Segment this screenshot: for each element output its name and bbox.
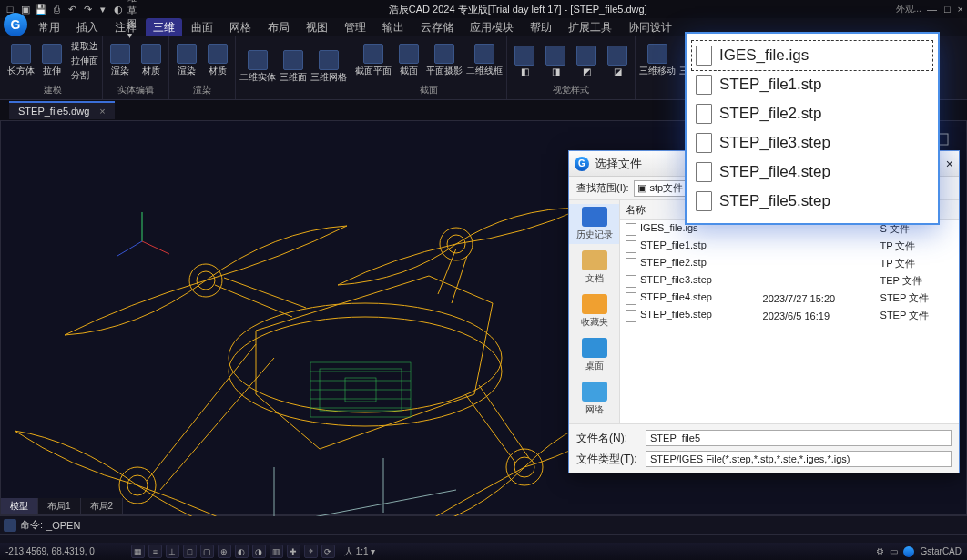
dialog-sidebar: 历史记录文档收藏夹桌面网络 [569,200,620,423]
ribbon-button[interactable]: 长方体 [7,44,35,77]
close-tab-icon[interactable]: × [99,106,105,117]
file-icon [626,310,636,322]
view-tab[interactable]: 布局1 [38,498,81,514]
file-row[interactable]: STEP_file2.stpTP 文件 [620,255,959,272]
popup-file-item[interactable]: STEP_file1.stp [692,70,932,99]
command-input[interactable] [46,520,963,531]
ribbon-tab[interactable]: 布局 [260,18,297,36]
ribbon-tab[interactable]: 应用模块 [463,18,521,36]
ribbon-tab[interactable]: 视图 [299,18,335,36]
status-toggle[interactable]: ◐ [235,545,249,558]
filetype-combo[interactable]: STEP/IGES File(*.step,*.stp,*.ste,*.iges… [646,451,952,467]
ribbon-tab[interactable]: 云存储 [413,18,461,36]
ribbon-button[interactable]: ◨ [542,46,569,76]
command-bar: 命令: [0,515,967,534]
filename-label: 文件名(N): [576,431,640,446]
status-toggle[interactable]: ⊥ [166,545,179,558]
status-toggle[interactable]: ≡ [148,545,162,558]
app-menu-button[interactable]: G [4,13,27,36]
popup-file-item[interactable]: STEP_file2.stp [692,99,932,128]
qat-undo-icon[interactable]: ↶ [66,3,78,15]
ribbon-button[interactable]: 截面平面 [355,44,392,77]
status-toggle[interactable]: ⌖ [304,545,318,558]
view-tab[interactable]: 模型 [1,498,38,514]
ribbon-button[interactable]: 渲染 [107,44,134,77]
ribbon-button[interactable]: 平面摄影 [426,44,463,77]
ribbon-button[interactable]: 三维移动 [639,44,676,77]
sidebar-place[interactable]: 收藏夹 [569,291,619,331]
ribbon-tab[interactable]: 输出 [375,18,412,36]
qat-workspace-label[interactable]: 二维草图 ▾ [127,3,140,15]
minimize-button[interactable]: — [927,4,937,15]
status-toggle[interactable]: ✚ [287,545,300,558]
qat-workspace-icon[interactable]: ◐ [112,3,125,15]
ribbon-button-label: 长方体 [7,65,35,77]
filename-input[interactable]: STEP_file5 [646,430,952,446]
scale-control[interactable]: 人 1:1 ▾ [344,545,375,558]
sidebar-place[interactable]: 桌面 [569,335,619,375]
popup-file-item[interactable]: STEP_file5.step [692,187,932,216]
file-icon [626,258,636,270]
ribbon-tab[interactable]: 帮助 [523,18,559,36]
maximize-button[interactable]: □ [944,4,951,15]
qat-print-icon[interactable]: ⎙ [50,3,63,15]
ribbon-button[interactable]: 三维网格 [310,50,347,84]
ribbon-button-label: 截面 [400,65,418,77]
status-toggle[interactable]: ⊕ [218,545,231,558]
sidebar-place[interactable]: 网络 [569,379,619,419]
ribbon-button[interactable]: 材质 [137,44,165,77]
ribbon-button[interactable]: 渲染 [173,44,200,77]
sidebar-place[interactable]: 历史记录 [569,204,619,244]
close-button[interactable]: × [958,4,963,15]
ribbon-button[interactable]: 截面 [395,44,422,77]
ribbon-button[interactable]: 二维实体 [239,50,276,84]
popup-file-item[interactable]: STEP_file3.step [692,128,932,158]
ribbon-button[interactable]: ◧ [511,46,538,76]
ribbon-button[interactable]: 二维线框 [466,44,503,77]
ribbon-button[interactable]: 材质 [204,44,231,77]
ribbon-tab[interactable]: 插入 [69,18,106,36]
status-toggle[interactable]: ▦ [131,545,145,558]
expand-icon[interactable]: ▭ [890,546,898,556]
file-icon [696,75,712,95]
ribbon-button-label: 二维线框 [466,65,503,77]
file-row[interactable]: STEP_file1.stpTP 文件 [620,238,959,255]
ribbon-icon [42,44,62,64]
ribbon-button-label: 三维网格 [310,71,347,84]
search-box[interactable]: 外观... [896,3,921,15]
dialog-close-icon[interactable]: × [946,157,953,171]
popup-file-item[interactable]: IGES_file.igs [692,41,932,70]
ribbon-button[interactable]: ◪ [604,46,631,76]
file-row[interactable]: STEP_file5.step2023/6/5 16:19STEP 文件 [620,307,959,324]
svg-point-0 [229,303,502,412]
ribbon-tab[interactable]: 管理 [337,18,373,36]
status-toggle[interactable]: ◑ [252,545,266,558]
qat-redo-icon[interactable]: ↷ [81,3,94,15]
file-row[interactable]: STEP_file3.stepTEP 文件 [620,272,959,290]
status-toggle[interactable]: ▥ [270,545,283,558]
ribbon-tab[interactable]: 曲面 [184,18,220,36]
ribbon-button[interactable]: 三维面 [280,50,307,84]
status-toggle[interactable]: □ [183,545,197,558]
qat-save-icon[interactable]: 💾 [35,3,47,15]
status-toggle[interactable]: ▢ [200,545,214,558]
sidebar-place[interactable]: 文档 [569,248,619,288]
file-list[interactable]: 名称修改日期类型 IGES_file.igsS 文件STEP_file1.stp… [620,200,959,423]
popup-file-item[interactable]: STEP_file4.step [692,158,932,187]
ribbon-tab[interactable]: 三维 [146,18,182,36]
ribbon-tab[interactable]: 协同设计 [621,18,679,36]
ribbon-button[interactable]: ◩ [573,46,600,76]
status-toggle[interactable]: ⟳ [321,545,335,558]
brand-label: GstarCAD [920,546,962,556]
ribbon-icon [11,44,31,64]
file-row[interactable]: STEP_file4.step2023/7/27 15:20STEP 文件 [620,290,959,307]
qat-more-icon[interactable]: ▾ [97,3,109,15]
ribbon-tab[interactable]: 网格 [222,18,259,36]
settings-icon[interactable]: ⚙ [876,546,884,556]
ribbon-tab[interactable]: 扩展工具 [561,18,619,36]
view-tab[interactable]: 布局2 [81,498,124,514]
document-tab[interactable]: STEP_file5.dwg × [9,101,115,119]
ribbon-tab[interactable]: 常用 [31,18,67,36]
ribbon-button[interactable]: 拉伸 [38,44,66,77]
ribbon-tab[interactable]: 注释 [107,18,144,36]
